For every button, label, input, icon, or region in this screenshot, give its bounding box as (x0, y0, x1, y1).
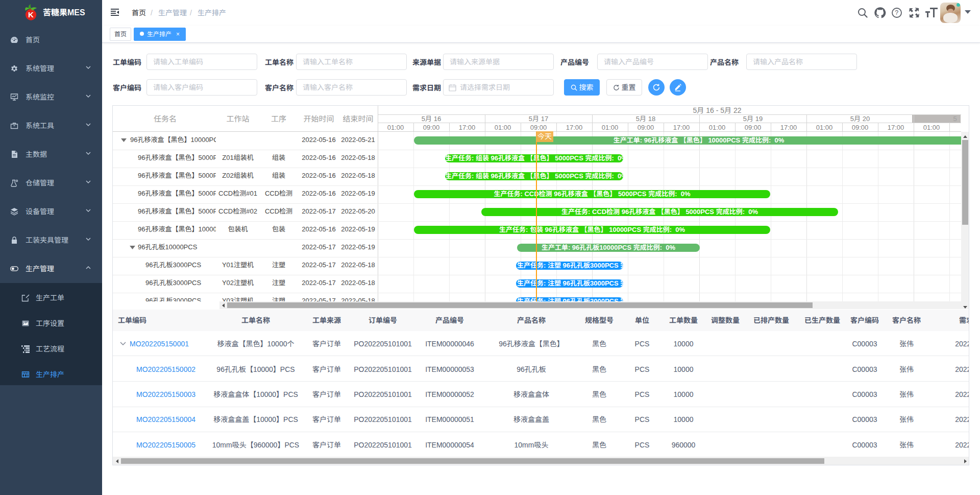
svg-text:?: ? (895, 9, 898, 16)
svg-text:K: K (28, 10, 34, 19)
